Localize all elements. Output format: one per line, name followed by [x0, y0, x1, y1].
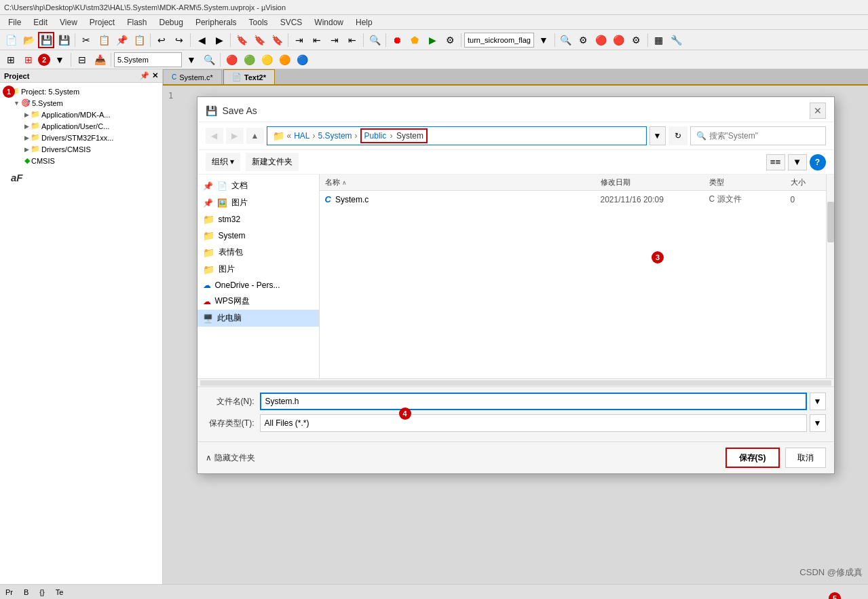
filename-dropdown-btn[interactable]: ▼: [810, 393, 826, 410]
filetype-select[interactable]: All Files (*.*): [260, 414, 807, 432]
settings-btn[interactable]: ⚙: [628, 32, 645, 48]
nav-up-btn[interactable]: ▲: [246, 128, 264, 144]
nav-back-btn[interactable]: ◀: [206, 128, 223, 144]
breadcrumb-5system[interactable]: 5.System: [318, 131, 352, 141]
paste-btn[interactable]: 📌: [113, 32, 130, 48]
copy-btn[interactable]: 📋: [96, 32, 112, 48]
dropdown-arrow-btn[interactable]: ▼: [535, 32, 552, 48]
save-btn[interactable]: 💾: [38, 32, 54, 48]
col-name-header[interactable]: 名称 ∧: [320, 176, 595, 189]
menu-flash[interactable]: Flash: [121, 16, 152, 29]
left-panel-stm32[interactable]: 📁 stm32: [197, 211, 319, 228]
left-panel-pics[interactable]: 📁 图片: [197, 261, 319, 278]
run2-btn[interactable]: ⬟: [407, 32, 423, 48]
new-folder-btn[interactable]: 新建文件夹: [246, 153, 299, 171]
view-btn[interactable]: ≡≡: [766, 154, 785, 170]
project-dropdown[interactable]: 5.System: [114, 52, 182, 67]
bookmark3-btn[interactable]: 🔖: [269, 32, 285, 48]
search-btn2[interactable]: 🔍: [558, 32, 574, 48]
cut-btn[interactable]: ✂: [78, 32, 94, 48]
redo-btn[interactable]: ↪: [171, 32, 187, 48]
run3-btn[interactable]: ▶: [424, 32, 440, 48]
left-panel-system[interactable]: 📁 System: [197, 228, 319, 244]
menu-window[interactable]: Window: [309, 16, 349, 29]
organize-btn[interactable]: 组织 ▾: [206, 153, 240, 171]
menu-svcs[interactable]: SVCS: [275, 16, 308, 29]
help-btn[interactable]: ?: [810, 154, 826, 170]
sidebar-pin-icon[interactable]: 📌: [140, 71, 149, 80]
path-refresh-btn[interactable]: ↻: [668, 126, 687, 145]
filename-input[interactable]: [260, 393, 807, 410]
menu-project[interactable]: Project: [84, 16, 120, 29]
breadcrumb-public[interactable]: Public: [364, 131, 387, 141]
tree-item-cmsis[interactable]: ◆ CMSIS: [22, 155, 162, 166]
menu-help[interactable]: Help: [350, 16, 378, 29]
menu-file[interactable]: File: [3, 16, 26, 29]
tree-item-project[interactable]: ▼ 📁 Project: 5.System: [0, 86, 162, 97]
tree-item-drivers-stm[interactable]: ▶ 📁 Drivers/STM32F1xx...: [22, 132, 162, 143]
tb2-btn7[interactable]: 🟢: [241, 52, 257, 68]
tb2-btn8[interactable]: 🟡: [259, 52, 275, 68]
hide-folders-btn[interactable]: ∧ 隐藏文件夹: [206, 452, 255, 464]
bookmark2-btn[interactable]: 🔖: [251, 32, 267, 48]
cancel-dialog-btn[interactable]: 取消: [785, 448, 826, 468]
search-btn3[interactable]: ⚙: [575, 32, 592, 48]
tree-item-drivers-cmsis[interactable]: ▶ 📁 Drivers/CMSIS: [22, 143, 162, 155]
menu-view[interactable]: View: [54, 16, 83, 29]
save-dialog-btn[interactable]: 保存(S): [725, 448, 780, 468]
left-panel-onedrive[interactable]: ☁ OneDrive - Pers...: [197, 278, 319, 293]
nav-forward-btn[interactable]: ▶: [226, 128, 244, 144]
tool-btn[interactable]: 🔴: [593, 32, 609, 48]
tool-btn2[interactable]: 🔴: [611, 32, 627, 48]
target-dropdown[interactable]: turn_sickroom_flag: [464, 33, 534, 48]
tb2-btn1[interactable]: ⊞: [3, 52, 19, 68]
tree-item-app-user[interactable]: ▶ 📁 Application/User/C...: [22, 120, 162, 132]
path-dropdown-btn[interactable]: ▼: [649, 126, 666, 145]
left-panel-documents[interactable]: 📌 📄 文档: [197, 177, 319, 194]
menu-debug[interactable]: Debug: [154, 16, 189, 29]
tb2-btn4[interactable]: 📥: [92, 52, 108, 68]
paste2-btn[interactable]: 📋: [131, 32, 147, 48]
col-size-header[interactable]: 大小: [785, 176, 826, 189]
settings2-btn[interactable]: ⚙: [442, 32, 458, 48]
save-all-btn[interactable]: 💾: [56, 32, 72, 48]
tb2-dd-arrow[interactable]: ▼: [52, 52, 68, 68]
sidebar-close-icon[interactable]: ✕: [152, 71, 158, 80]
file-row-system-c[interactable]: C System.c 2021/11/16 20:09 C 源文件 0: [320, 191, 826, 208]
menu-tools[interactable]: Tools: [244, 16, 273, 29]
back-btn[interactable]: ◀: [193, 32, 210, 48]
left-panel-pc[interactable]: 🖥️ 此电脑: [197, 310, 319, 327]
left-panel-images[interactable]: 📌 🖼️ 图片: [197, 194, 319, 211]
tb2-btn5[interactable]: 🔍: [201, 52, 217, 68]
bookmark1-btn[interactable]: 🔖: [233, 32, 250, 48]
breadcrumb-hal[interactable]: HAL: [294, 131, 309, 141]
tb2-btn10[interactable]: 🔵: [294, 52, 310, 68]
open-btn[interactable]: 📂: [20, 32, 37, 48]
view-dropdown-btn[interactable]: ▼: [788, 154, 807, 170]
unindent2-btn[interactable]: ⇤: [344, 32, 360, 48]
layout-btn[interactable]: ▦: [651, 32, 667, 48]
col-date-header[interactable]: 修改日期: [595, 176, 704, 189]
tb2-btn6[interactable]: 🔴: [223, 52, 240, 68]
indent-btn[interactable]: ⇥: [291, 32, 307, 48]
tb2-btn9[interactable]: 🟠: [276, 52, 293, 68]
run-stop-btn[interactable]: ⏺: [389, 32, 405, 48]
breadcrumb-system[interactable]: System: [396, 131, 423, 141]
new-file-btn[interactable]: 📄: [3, 32, 19, 48]
undo-btn[interactable]: ↩: [153, 32, 170, 48]
tree-item-app-mdk[interactable]: ▶ 📁 Application/MDK-A...: [22, 109, 162, 120]
unindent-btn[interactable]: ⇤: [309, 32, 325, 48]
tree-item-target[interactable]: ▼ 🎯 5.System: [11, 97, 162, 109]
menu-edit[interactable]: Edit: [28, 16, 53, 29]
search-box[interactable]: 🔍: [690, 126, 826, 145]
vscroll[interactable]: [826, 175, 834, 378]
left-panel-emoji[interactable]: 📁 表情包: [197, 244, 319, 261]
menu-peripherals[interactable]: Peripherals: [190, 16, 242, 29]
wrench-btn[interactable]: 🔧: [668, 32, 685, 48]
left-panel-wps[interactable]: ☁ WPS网盘: [197, 293, 319, 310]
indent2-btn[interactable]: ⇥: [326, 32, 343, 48]
tb2-btn3[interactable]: ⊟: [74, 52, 90, 68]
filetype-dropdown-btn[interactable]: ▼: [810, 414, 826, 432]
tb2-btn2[interactable]: ⊞: [20, 52, 37, 68]
dialog-close-btn[interactable]: ✕: [810, 103, 826, 119]
